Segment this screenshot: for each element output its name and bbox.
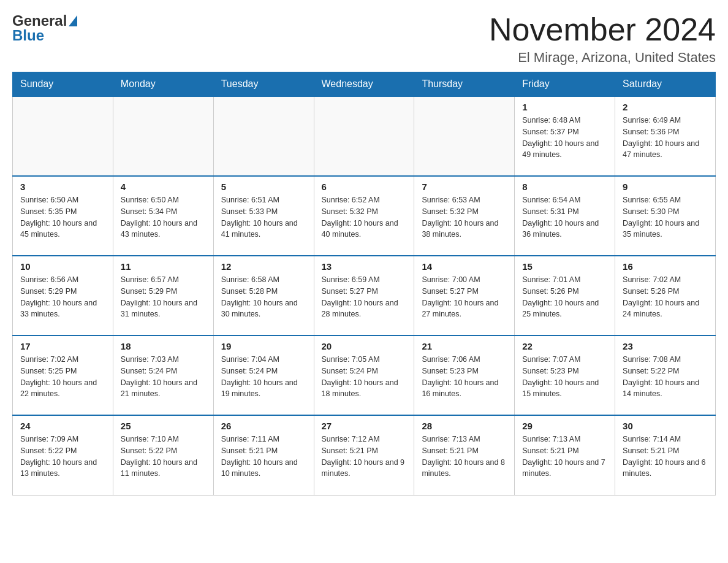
calendar-header-wednesday: Wednesday <box>314 72 414 97</box>
calendar-header-monday: Monday <box>113 72 213 97</box>
day-number: 16 <box>623 261 708 272</box>
day-number: 13 <box>322 261 407 272</box>
calendar-cell: 27Sunrise: 7:12 AMSunset: 5:21 PMDayligh… <box>314 415 414 495</box>
calendar-cell: 12Sunrise: 6:58 AMSunset: 5:28 PMDayligh… <box>213 256 314 335</box>
day-info: Sunrise: 7:00 AMSunset: 5:27 PMDaylight:… <box>422 274 507 320</box>
day-info: Sunrise: 7:03 AMSunset: 5:24 PMDaylight:… <box>121 354 206 400</box>
day-number: 11 <box>121 261 206 272</box>
calendar-week-5: 24Sunrise: 7:09 AMSunset: 5:22 PMDayligh… <box>13 415 716 495</box>
calendar-cell: 13Sunrise: 6:59 AMSunset: 5:27 PMDayligh… <box>314 256 414 335</box>
day-number: 4 <box>121 182 206 192</box>
day-info: Sunrise: 6:58 AMSunset: 5:28 PMDaylight:… <box>221 274 306 320</box>
day-info: Sunrise: 6:57 AMSunset: 5:29 PMDaylight:… <box>121 274 206 320</box>
calendar-cell: 9Sunrise: 6:55 AMSunset: 5:30 PMDaylight… <box>615 176 716 256</box>
logo: General Blue <box>12 12 77 44</box>
calendar-cell <box>213 96 314 176</box>
calendar-week-3: 10Sunrise: 6:56 AMSunset: 5:29 PMDayligh… <box>13 256 716 335</box>
day-info: Sunrise: 6:55 AMSunset: 5:30 PMDaylight:… <box>623 194 708 240</box>
day-info: Sunrise: 7:09 AMSunset: 5:22 PMDaylight:… <box>20 434 105 480</box>
calendar-header-sunday: Sunday <box>13 72 113 97</box>
calendar-cell <box>13 96 113 176</box>
day-number: 7 <box>422 182 507 192</box>
day-info: Sunrise: 6:48 AMSunset: 5:37 PMDaylight:… <box>522 115 607 161</box>
day-info: Sunrise: 6:50 AMSunset: 5:35 PMDaylight:… <box>20 194 105 240</box>
day-number: 21 <box>422 341 507 351</box>
logo-blue-text: Blue <box>12 27 44 44</box>
calendar-header-thursday: Thursday <box>414 72 515 97</box>
day-number: 26 <box>221 421 306 431</box>
calendar-week-4: 17Sunrise: 7:02 AMSunset: 5:25 PMDayligh… <box>13 335 716 415</box>
day-info: Sunrise: 7:12 AMSunset: 5:21 PMDaylight:… <box>322 434 407 480</box>
day-number: 2 <box>623 102 708 112</box>
calendar-cell: 14Sunrise: 7:00 AMSunset: 5:27 PMDayligh… <box>414 256 515 335</box>
day-number: 17 <box>20 341 105 351</box>
calendar-cell: 8Sunrise: 6:54 AMSunset: 5:31 PMDaylight… <box>515 176 615 256</box>
day-number: 15 <box>522 261 607 272</box>
day-info: Sunrise: 6:49 AMSunset: 5:36 PMDaylight:… <box>623 115 708 161</box>
calendar-cell <box>113 96 213 176</box>
page-header: General Blue November 2024 El Mirage, Ar… <box>12 12 716 66</box>
day-info: Sunrise: 6:54 AMSunset: 5:31 PMDaylight:… <box>522 194 607 240</box>
day-info: Sunrise: 7:13 AMSunset: 5:21 PMDaylight:… <box>522 434 607 480</box>
day-info: Sunrise: 7:06 AMSunset: 5:23 PMDaylight:… <box>422 354 507 400</box>
calendar-cell: 18Sunrise: 7:03 AMSunset: 5:24 PMDayligh… <box>113 335 213 415</box>
day-number: 1 <box>522 102 607 112</box>
logo-line2: Blue <box>12 27 77 44</box>
day-number: 27 <box>322 421 407 431</box>
day-info: Sunrise: 6:59 AMSunset: 5:27 PMDaylight:… <box>322 274 407 320</box>
day-info: Sunrise: 7:11 AMSunset: 5:21 PMDaylight:… <box>221 434 306 480</box>
calendar-cell: 11Sunrise: 6:57 AMSunset: 5:29 PMDayligh… <box>113 256 213 335</box>
day-info: Sunrise: 7:14 AMSunset: 5:21 PMDaylight:… <box>623 434 708 480</box>
day-info: Sunrise: 6:51 AMSunset: 5:33 PMDaylight:… <box>221 194 306 240</box>
calendar-cell: 2Sunrise: 6:49 AMSunset: 5:36 PMDaylight… <box>615 96 716 176</box>
day-number: 22 <box>522 341 607 351</box>
day-number: 30 <box>623 421 708 431</box>
calendar-week-2: 3Sunrise: 6:50 AMSunset: 5:35 PMDaylight… <box>13 176 716 256</box>
day-number: 18 <box>121 341 206 351</box>
day-info: Sunrise: 7:01 AMSunset: 5:26 PMDaylight:… <box>522 274 607 320</box>
day-info: Sunrise: 7:02 AMSunset: 5:25 PMDaylight:… <box>20 354 105 400</box>
day-info: Sunrise: 7:02 AMSunset: 5:26 PMDaylight:… <box>623 274 708 320</box>
day-number: 23 <box>623 341 708 351</box>
day-info: Sunrise: 7:04 AMSunset: 5:24 PMDaylight:… <box>221 354 306 400</box>
day-number: 25 <box>121 421 206 431</box>
title-block: November 2024 El Mirage, Arizona, United… <box>489 12 716 66</box>
calendar-cell: 25Sunrise: 7:10 AMSunset: 5:22 PMDayligh… <box>113 415 213 495</box>
day-info: Sunrise: 6:53 AMSunset: 5:32 PMDaylight:… <box>422 194 507 240</box>
day-number: 19 <box>221 341 306 351</box>
calendar-cell: 6Sunrise: 6:52 AMSunset: 5:32 PMDaylight… <box>314 176 414 256</box>
calendar-cell <box>414 96 515 176</box>
calendar-cell: 17Sunrise: 7:02 AMSunset: 5:25 PMDayligh… <box>13 335 113 415</box>
day-number: 14 <box>422 261 507 272</box>
day-number: 24 <box>20 421 105 431</box>
day-info: Sunrise: 7:13 AMSunset: 5:21 PMDaylight:… <box>422 434 507 480</box>
calendar-cell: 22Sunrise: 7:07 AMSunset: 5:23 PMDayligh… <box>515 335 615 415</box>
calendar-cell: 28Sunrise: 7:13 AMSunset: 5:21 PMDayligh… <box>414 415 515 495</box>
day-info: Sunrise: 6:50 AMSunset: 5:34 PMDaylight:… <box>121 194 206 240</box>
subtitle: El Mirage, Arizona, United States <box>489 50 716 66</box>
calendar-cell: 1Sunrise: 6:48 AMSunset: 5:37 PMDaylight… <box>515 96 615 176</box>
day-info: Sunrise: 6:52 AMSunset: 5:32 PMDaylight:… <box>322 194 407 240</box>
day-number: 3 <box>20 182 105 192</box>
day-info: Sunrise: 7:08 AMSunset: 5:22 PMDaylight:… <box>623 354 708 400</box>
calendar-cell: 20Sunrise: 7:05 AMSunset: 5:24 PMDayligh… <box>314 335 414 415</box>
day-number: 5 <box>221 182 306 192</box>
day-info: Sunrise: 6:56 AMSunset: 5:29 PMDaylight:… <box>20 274 105 320</box>
calendar-cell: 16Sunrise: 7:02 AMSunset: 5:26 PMDayligh… <box>615 256 716 335</box>
calendar-cell: 21Sunrise: 7:06 AMSunset: 5:23 PMDayligh… <box>414 335 515 415</box>
calendar-week-1: 1Sunrise: 6:48 AMSunset: 5:37 PMDaylight… <box>13 96 716 176</box>
day-number: 29 <box>522 421 607 431</box>
day-number: 12 <box>221 261 306 272</box>
calendar-header-saturday: Saturday <box>615 72 716 97</box>
calendar-cell: 7Sunrise: 6:53 AMSunset: 5:32 PMDaylight… <box>414 176 515 256</box>
day-number: 8 <box>522 182 607 192</box>
day-info: Sunrise: 7:05 AMSunset: 5:24 PMDaylight:… <box>322 354 407 400</box>
day-info: Sunrise: 7:07 AMSunset: 5:23 PMDaylight:… <box>522 354 607 400</box>
calendar-cell: 15Sunrise: 7:01 AMSunset: 5:26 PMDayligh… <box>515 256 615 335</box>
calendar-header-row: SundayMondayTuesdayWednesdayThursdayFrid… <box>13 72 716 97</box>
calendar-cell: 29Sunrise: 7:13 AMSunset: 5:21 PMDayligh… <box>515 415 615 495</box>
calendar-cell <box>314 96 414 176</box>
calendar-cell: 30Sunrise: 7:14 AMSunset: 5:21 PMDayligh… <box>615 415 716 495</box>
day-number: 20 <box>322 341 407 351</box>
calendar-header-friday: Friday <box>515 72 615 97</box>
